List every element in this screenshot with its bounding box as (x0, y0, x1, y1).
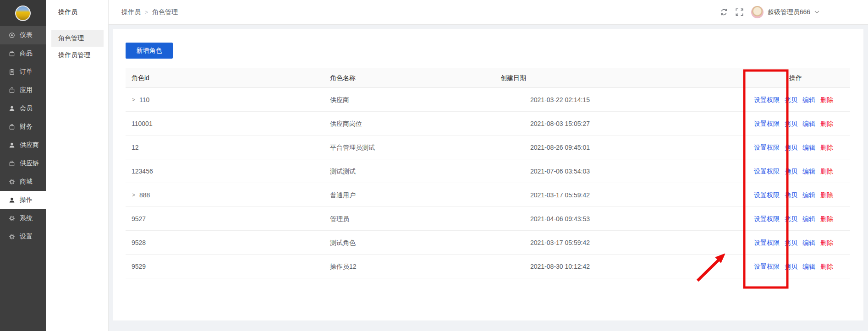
table-body: > 110 供应商 2021-03-22 02:14:15 设置权限 拷贝 编辑… (126, 88, 850, 278)
sidebar-item-operations[interactable]: 操作 (0, 191, 46, 209)
bag-icon (9, 50, 15, 57)
edit-link[interactable]: 编辑 (802, 207, 815, 231)
copy-link[interactable]: 拷贝 (785, 255, 797, 278)
main-nav: 仪表 商品 订单 应用 会员 财务 供应商 供应链 商城 操作 系统 设置 (0, 26, 46, 246)
column-header-role-name: 角色名称 (330, 68, 356, 88)
table-header-row: 角色id 角色名称 创建日期 操作 (126, 68, 850, 88)
cell-role-id: > 110001 (132, 112, 153, 136)
sidebar-item-orders[interactable]: 订单 (0, 63, 46, 81)
expand-caret-icon[interactable]: > (132, 97, 135, 103)
cell-role-name: 测试角色 (330, 231, 356, 255)
edit-link[interactable]: 编辑 (802, 159, 815, 183)
app-window: 仪表 商品 订单 应用 会员 财务 供应商 供应链 商城 操作 系统 设置 操作… (0, 0, 868, 331)
set-permissions-link[interactable]: 设置权限 (754, 183, 780, 207)
set-permissions-link[interactable]: 设置权限 (754, 136, 780, 159)
copy-link[interactable]: 拷贝 (785, 88, 797, 112)
gear-icon (9, 233, 15, 240)
cell-actions: 设置权限 拷贝 编辑 删除 (754, 255, 833, 278)
copy-link[interactable]: 拷贝 (785, 183, 797, 207)
sidebar-item-mall[interactable]: 商城 (0, 173, 46, 191)
sidebar-item-goods[interactable]: 商品 (0, 44, 46, 63)
breadcrumb-item-role-management: 角色管理 (152, 8, 178, 16)
sidebar-item-settings[interactable]: 设置 (0, 228, 46, 246)
cell-actions: 设置权限 拷贝 编辑 删除 (754, 88, 833, 112)
copy-link[interactable]: 拷贝 (785, 231, 797, 255)
delete-link[interactable]: 删除 (820, 112, 833, 136)
cell-actions: 设置权限 拷贝 编辑 删除 (754, 183, 833, 207)
sidebar-item-apps[interactable]: 应用 (0, 81, 46, 99)
table-row: > 110 供应商 2021-03-22 02:14:15 设置权限 拷贝 编辑… (126, 88, 850, 112)
cell-role-id: > 9529 (132, 255, 146, 278)
cell-role-id: > 9528 (132, 231, 146, 255)
set-permissions-link[interactable]: 设置权限 (754, 255, 780, 278)
delete-link[interactable]: 删除 (820, 88, 833, 112)
logo-box (0, 0, 46, 26)
fullscreen-icon[interactable] (736, 8, 743, 16)
user-menu[interactable]: 超级管理员666 (751, 6, 819, 18)
expand-caret-icon[interactable]: > (132, 192, 135, 198)
cell-actions: 设置权限 拷贝 编辑 删除 (754, 207, 833, 231)
breadcrumb-item-operator[interactable]: 操作员 (121, 8, 141, 16)
delete-link[interactable]: 删除 (820, 159, 833, 183)
edit-link[interactable]: 编辑 (802, 255, 815, 278)
sub-menu: 角色管理 操作员管理 (46, 24, 108, 64)
table-row: > 123456 测试测试 2021-07-06 03:54:03 设置权限 拷… (126, 159, 850, 183)
breadcrumb: 操作员 > 角色管理 (121, 8, 178, 16)
copy-link[interactable]: 拷贝 (785, 159, 797, 183)
delete-link[interactable]: 删除 (820, 183, 833, 207)
cell-created-date: 2021-07-06 03:54:03 (530, 159, 590, 183)
cell-role-id: > 9527 (132, 207, 146, 231)
delete-link[interactable]: 删除 (820, 231, 833, 255)
column-header-actions: 操作 (789, 68, 802, 88)
edit-link[interactable]: 编辑 (802, 88, 815, 112)
cell-actions: 设置权限 拷贝 编辑 删除 (754, 159, 833, 183)
chevron-down-icon (814, 11, 819, 14)
cell-role-id: > 123456 (132, 159, 153, 183)
refresh-icon[interactable] (720, 8, 728, 16)
delete-link[interactable]: 删除 (820, 207, 833, 231)
copy-link[interactable]: 拷贝 (785, 207, 797, 231)
sub-menu-item-operator-management[interactable]: 操作员管理 (51, 47, 104, 64)
edit-link[interactable]: 编辑 (802, 112, 815, 136)
sub-menu-item-role-management[interactable]: 角色管理 (51, 30, 104, 47)
column-header-created: 创建日期 (500, 68, 526, 88)
set-permissions-link[interactable]: 设置权限 (754, 231, 780, 255)
cell-created-date: 2021-08-26 09:45:01 (530, 136, 590, 159)
set-permissions-link[interactable]: 设置权限 (754, 159, 780, 183)
app-logo[interactable] (15, 5, 31, 21)
delete-link[interactable]: 删除 (820, 136, 833, 159)
table-row: > 9528 测试角色 2021-03-17 05:59:42 设置权限 拷贝 … (126, 231, 850, 255)
cell-role-id: > 110 (132, 88, 149, 112)
set-permissions-link[interactable]: 设置权限 (754, 112, 780, 136)
cell-role-name: 普通用户 (330, 183, 356, 207)
edit-link[interactable]: 编辑 (802, 136, 815, 159)
cell-role-name: 供应商 (330, 88, 349, 112)
main-sidebar: 仪表 商品 订单 应用 会员 财务 供应商 供应链 商城 操作 系统 设置 (0, 0, 46, 331)
edit-link[interactable]: 编辑 (802, 231, 815, 255)
bag-icon (9, 124, 15, 130)
add-role-button[interactable]: 新增角色 (126, 43, 173, 59)
sidebar-item-supply-chain[interactable]: 供应链 (0, 154, 46, 173)
copy-link[interactable]: 拷贝 (785, 112, 797, 136)
cell-role-name: 操作员12 (330, 255, 357, 278)
sidebar-item-system[interactable]: 系统 (0, 209, 46, 228)
copy-link[interactable]: 拷贝 (785, 136, 797, 159)
breadcrumb-separator-icon: > (145, 9, 148, 16)
cell-created-date: 2021-08-30 10:12:42 (530, 255, 590, 278)
cell-actions: 设置权限 拷贝 编辑 删除 (754, 231, 833, 255)
set-permissions-link[interactable]: 设置权限 (754, 207, 780, 231)
edit-link[interactable]: 编辑 (802, 183, 815, 207)
sidebar-item-dashboard[interactable]: 仪表 (0, 26, 46, 44)
sidebar-item-finance[interactable]: 财务 (0, 118, 46, 136)
sidebar-item-members[interactable]: 会员 (0, 99, 46, 118)
cell-role-name: 测试测试 (330, 159, 356, 183)
delete-link[interactable]: 删除 (820, 255, 833, 278)
table-row: > 9529 操作员12 2021-08-30 10:12:42 设置权限 拷贝… (126, 255, 850, 278)
cell-created-date: 2021-08-03 15:05:27 (530, 112, 590, 136)
bag-icon (9, 87, 15, 93)
set-permissions-link[interactable]: 设置权限 (754, 88, 780, 112)
topbar: 操作员 > 角色管理 超级 (109, 0, 868, 25)
sidebar-item-suppliers[interactable]: 供应商 (0, 136, 46, 154)
cell-created-date: 2021-03-17 05:59:42 (530, 231, 590, 255)
cell-role-name: 平台管理员测试 (330, 136, 375, 159)
